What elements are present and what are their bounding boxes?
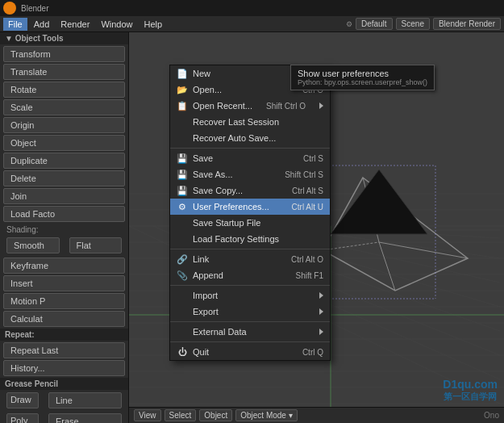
left-panel: ▼ Object Tools Transform Translate Rotat… (0, 32, 129, 423)
append-icon: 📎 (177, 270, 188, 281)
viewport-stats: Ono (484, 411, 499, 420)
layout-dropdown[interactable]: Default (356, 18, 393, 30)
save-icon: 💾 (177, 153, 188, 164)
open-icon: 📂 (177, 84, 188, 95)
object-tools-header: ▼ Object Tools (0, 32, 128, 44)
export-arrow (319, 308, 323, 315)
link-icon: 🔗 (177, 253, 188, 265)
btn-insert[interactable]: Insert (3, 275, 125, 291)
tooltip-text: Show user preferences (298, 69, 427, 78)
repeat-header: Repeat: (0, 329, 128, 341)
btn-mode-dropdown[interactable]: Object Mode ▾ (235, 409, 297, 421)
btn-smooth[interactable]: Smooth (6, 237, 60, 253)
separator-5 (170, 341, 330, 342)
btn-erase[interactable]: Erase (48, 413, 122, 423)
quit-icon: ⏻ (177, 346, 188, 358)
grease-pencil-header: Grease Pencil (0, 378, 128, 390)
menu-render[interactable]: Render (56, 18, 94, 31)
scene-dropdown[interactable]: Scene (396, 18, 430, 30)
label-draw: Draw (6, 392, 39, 408)
shading-label: Shading: (0, 224, 128, 235)
separator-2 (170, 249, 330, 249)
export-icon (177, 306, 188, 317)
saveas-icon: 💾 (177, 169, 188, 180)
tooltip-python: Python: bpy.ops.screen.userpref_show() (298, 78, 427, 86)
dd-append[interactable]: 📎 Append Shift F1 (170, 267, 330, 283)
startup-icon (177, 217, 188, 228)
separator-3 (170, 285, 330, 286)
user-prefs-tooltip: Show user preferences Python: bpy.ops.sc… (290, 65, 435, 90)
main-layout: ▼ Object Tools Transform Translate Rotat… (0, 32, 504, 423)
layout-icon: ⚙ (346, 20, 352, 28)
extdata-arrow (319, 329, 323, 335)
draw-row: Draw Line (0, 390, 128, 411)
dd-recover-last[interactable]: Recover Last Session (170, 114, 330, 130)
btn-load-factory[interactable]: Load Facto (3, 206, 125, 222)
autosave-icon (177, 132, 188, 144)
file-dropdown-menu: 📄 New Ctrl N 📂 Open... Ctrl O 📋 Open Rec… (169, 65, 331, 361)
btn-draw-line[interactable]: Line (48, 392, 122, 408)
savecopy-icon: 💾 (177, 185, 188, 196)
factory-icon (177, 233, 188, 245)
separator-4 (170, 321, 330, 322)
dd-load-factory[interactable]: Load Factory Settings (170, 231, 330, 247)
dd-import[interactable]: Import (170, 287, 330, 304)
btn-scale[interactable]: Scale (3, 99, 125, 115)
dd-link[interactable]: 🔗 Link Ctrl Alt O (170, 251, 330, 267)
btn-repeat-last[interactable]: Repeat Last (3, 342, 125, 358)
btn-flat[interactable]: Flat (69, 237, 123, 253)
btn-join[interactable]: Join (3, 188, 125, 204)
dd-open-recent[interactable]: 📋 Open Recent... Shift Ctrl O (170, 98, 330, 114)
btn-keyframe[interactable]: Keyframe (3, 258, 125, 274)
btn-calculate[interactable]: Calculat (3, 311, 125, 327)
dd-recover-auto[interactable]: Recover Auto Save... (170, 130, 330, 146)
render-engine-dropdown[interactable]: Blender Render (433, 18, 501, 30)
btn-view[interactable]: View (134, 409, 161, 421)
menu-file[interactable]: File (3, 18, 27, 31)
import-icon (177, 290, 188, 301)
dd-save-startup[interactable]: Save Startup File (170, 215, 330, 231)
recent-icon: 📋 (177, 100, 188, 111)
btn-object-menu[interactable]: Object (199, 409, 232, 421)
btn-transform[interactable]: Transform (3, 46, 125, 62)
btn-rotate[interactable]: Rotate (3, 82, 125, 98)
header-right: ⚙ Default Scene Blender Render (346, 18, 501, 30)
separator-1 (170, 148, 330, 149)
top-bar: Blender (0, 0, 504, 16)
prefs-icon: ⚙ (177, 201, 188, 212)
menu-add[interactable]: Add (29, 18, 55, 31)
shading-row: Smooth Flat (0, 235, 128, 256)
new-icon: 📄 (177, 68, 188, 79)
menu-bar: File Add Render Window Help ⚙ Default Sc… (0, 16, 504, 32)
dd-save-as[interactable]: 💾 Save As... Shift Ctrl S (170, 166, 330, 182)
dd-external-data[interactable]: External Data (170, 324, 330, 340)
dd-quit[interactable]: ⏻ Quit Ctrl Q (170, 344, 330, 360)
btn-origin[interactable]: Origin (3, 117, 125, 133)
arrow-icon (319, 103, 323, 109)
btn-delete[interactable]: Delete (3, 170, 125, 186)
dd-user-prefs[interactable]: ⚙ User Preferences... Ctrl Alt U (170, 199, 330, 215)
label-poly: Poly (6, 413, 39, 423)
blender-logo (3, 2, 16, 15)
btn-object[interactable]: Object (3, 135, 125, 151)
window-title: Blender (21, 4, 48, 13)
poly-row: Poly Erase (0, 411, 128, 423)
btn-motion-paths[interactable]: Motion P (3, 293, 125, 309)
dd-export[interactable]: Export (170, 304, 330, 320)
menu-window[interactable]: Window (96, 18, 137, 31)
btn-duplicate[interactable]: Duplicate (3, 153, 125, 169)
menu-help[interactable]: Help (140, 18, 168, 31)
btn-translate[interactable]: Translate (3, 64, 125, 80)
viewport-bottom-bar: View Select Object Object Mode ▾ Ono (129, 407, 504, 423)
btn-select[interactable]: Select (165, 409, 197, 421)
dd-save[interactable]: 💾 Save Ctrl S (170, 150, 330, 166)
import-arrow (319, 292, 323, 299)
recover-icon (177, 116, 188, 128)
dd-save-copy[interactable]: 💾 Save Copy... Ctrl Alt S (170, 182, 330, 199)
extdata-icon (177, 326, 188, 337)
viewport-3d[interactable]: 📄 New Ctrl N 📂 Open... Ctrl O 📋 Open Rec… (129, 32, 504, 423)
btn-history[interactable]: History... (3, 360, 125, 376)
